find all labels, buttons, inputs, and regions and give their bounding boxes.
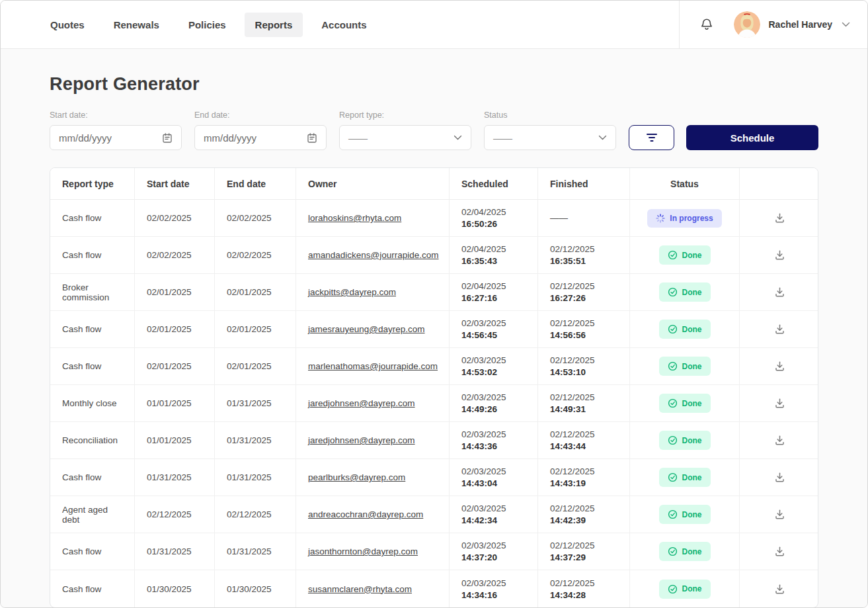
column-header-scheduled: Scheduled xyxy=(450,168,538,200)
start-date-cell: 01/31/2025 xyxy=(135,459,215,496)
table-row: Monthly close 01/01/2025 01/31/2025 jare… xyxy=(50,385,818,422)
scheduled-cell: 02/04/202516:50:26 xyxy=(450,200,538,237)
status-badge: Done xyxy=(659,431,711,450)
download-cell xyxy=(740,570,818,607)
owner-cell: jaredjohnsen@dayrep.com xyxy=(296,422,450,459)
scheduled-cell: 02/03/202514:37:20 xyxy=(450,533,538,570)
report-type-cell: Reconciliation xyxy=(50,422,135,459)
download-cell xyxy=(740,348,818,385)
owner-email-link[interactable]: lorahoskins@rhyta.com xyxy=(308,213,401,223)
owner-cell: pearlburks@dayrep.com xyxy=(296,459,450,496)
end-date-cell: 02/02/2025 xyxy=(215,237,296,274)
owner-email-link[interactable]: susanmclaren@rhyta.com xyxy=(308,584,412,594)
owner-email-link[interactable]: marlenathomas@jourrapide.com xyxy=(308,361,438,371)
download-button[interactable] xyxy=(771,358,788,374)
check-circle-icon xyxy=(668,472,678,482)
schedule-button[interactable]: Schedule xyxy=(686,125,818,150)
download-icon xyxy=(774,509,785,520)
owner-cell: marlenathomas@jourrapide.com xyxy=(296,348,450,385)
finished-cell: 02/12/202514:37:29 xyxy=(538,533,630,570)
download-cell xyxy=(740,496,818,533)
table-row: Cash flow 02/02/2025 02/02/2025 lorahosk… xyxy=(50,200,818,237)
report-type-cell: Cash flow xyxy=(50,348,135,385)
download-cell xyxy=(740,385,818,422)
download-button[interactable] xyxy=(771,469,788,486)
owner-email-link[interactable]: jackpitts@dayrep.com xyxy=(308,287,396,297)
status-cell: Done xyxy=(630,385,740,422)
download-button[interactable] xyxy=(771,432,788,449)
start-date-label: Start date: xyxy=(50,110,182,120)
calendar-icon[interactable] xyxy=(307,132,317,144)
finished-cell: 02/12/202516:27:26 xyxy=(538,274,630,311)
download-button[interactable] xyxy=(771,321,788,337)
owner-cell: susanmclaren@rhyta.com xyxy=(296,570,450,607)
owner-email-link[interactable]: andreacochran@dayrep.com xyxy=(308,509,423,519)
user-menu[interactable]: Rachel Harvey xyxy=(734,11,850,38)
download-button[interactable] xyxy=(771,395,788,412)
start-date-field[interactable] xyxy=(50,125,182,150)
column-header-status: Status xyxy=(630,168,740,200)
owner-email-link[interactable]: jaredjohnsen@dayrep.com xyxy=(308,398,415,408)
download-button[interactable] xyxy=(771,581,788,597)
notifications-bell-button[interactable] xyxy=(697,15,717,34)
main-nav: QuotesRenewalsPoliciesReportsAccounts xyxy=(1,1,377,48)
avatar xyxy=(734,11,760,38)
main-content: Report Generator Start date: End d xyxy=(1,49,867,607)
owner-cell: amandadickens@jourrapide.com xyxy=(296,237,450,274)
status-select[interactable]: —— xyxy=(484,125,616,150)
finished-cell: 02/12/202514:49:31 xyxy=(538,385,630,422)
table-header-row: Report typeStart dateEnd dateOwnerSchedu… xyxy=(50,168,818,200)
end-date-cell: 02/01/2025 xyxy=(215,348,296,385)
owner-email-link[interactable]: pearlburks@dayrep.com xyxy=(308,472,405,482)
download-icon xyxy=(774,546,785,557)
end-date-cell: 02/02/2025 xyxy=(215,200,296,237)
check-circle-icon xyxy=(668,287,678,297)
column-header-finished: Finished xyxy=(538,168,630,200)
filter-button[interactable] xyxy=(629,125,674,150)
scheduled-cell: 02/03/202514:42:34 xyxy=(450,496,538,533)
start-date-input[interactable] xyxy=(59,132,145,144)
end-date-field[interactable] xyxy=(194,125,327,150)
nav-item-quotes[interactable]: Quotes xyxy=(40,13,95,37)
check-circle-icon xyxy=(668,250,678,260)
scheduled-cell: 02/03/202514:49:26 xyxy=(450,385,538,422)
bell-icon xyxy=(699,17,714,32)
table-row: Agent aged debt 02/12/2025 02/12/2025 an… xyxy=(50,496,818,533)
end-date-cell: 01/31/2025 xyxy=(215,385,296,422)
status-badge: Done xyxy=(659,320,711,339)
column-header-start-date: Start date xyxy=(135,168,215,200)
owner-email-link[interactable]: amandadickens@jourrapide.com xyxy=(308,250,439,260)
end-date-label: End date: xyxy=(194,110,327,120)
download-button[interactable] xyxy=(771,543,788,560)
app-window: QuotesRenewalsPoliciesReportsAccounts xyxy=(0,0,868,608)
check-circle-icon xyxy=(668,509,678,519)
download-button[interactable] xyxy=(771,247,788,263)
user-name: Rachel Harvey xyxy=(768,19,832,30)
owner-email-link[interactable]: jaredjohnsen@dayrep.com xyxy=(308,435,415,445)
calendar-icon[interactable] xyxy=(162,132,173,144)
finished-cell: 02/12/202514:43:44 xyxy=(538,422,630,459)
status-cell: Done xyxy=(630,311,740,348)
report-type-select[interactable]: —— xyxy=(339,125,471,150)
owner-email-link[interactable]: jasonthornton@dayrep.com xyxy=(308,546,418,556)
spinner-icon xyxy=(656,214,665,223)
start-date-cell: 02/12/2025 xyxy=(135,496,215,533)
download-button[interactable] xyxy=(771,284,788,300)
nav-item-policies[interactable]: Policies xyxy=(178,13,237,37)
finished-cell: 02/12/202514:34:28 xyxy=(538,570,630,607)
download-button[interactable] xyxy=(771,210,788,226)
nav-item-accounts[interactable]: Accounts xyxy=(311,13,377,37)
finished-cell: 02/12/202514:56:56 xyxy=(538,311,630,348)
report-type-cell: Cash flow xyxy=(50,570,135,607)
download-cell xyxy=(740,533,818,570)
status-badge: Done xyxy=(659,580,711,599)
status-cell: Done xyxy=(630,274,740,311)
owner-email-link[interactable]: jamesrauyeung@dayrep.com xyxy=(308,324,425,334)
download-button[interactable] xyxy=(771,506,788,523)
nav-item-reports[interactable]: Reports xyxy=(245,13,303,37)
nav-item-renewals[interactable]: Renewals xyxy=(103,13,170,37)
end-date-input[interactable] xyxy=(204,132,290,144)
scheduled-cell: 02/03/202514:43:36 xyxy=(450,422,538,459)
end-date-cell: 02/01/2025 xyxy=(215,274,296,311)
table-row: Reconciliation 01/01/2025 01/31/2025 jar… xyxy=(50,422,818,459)
